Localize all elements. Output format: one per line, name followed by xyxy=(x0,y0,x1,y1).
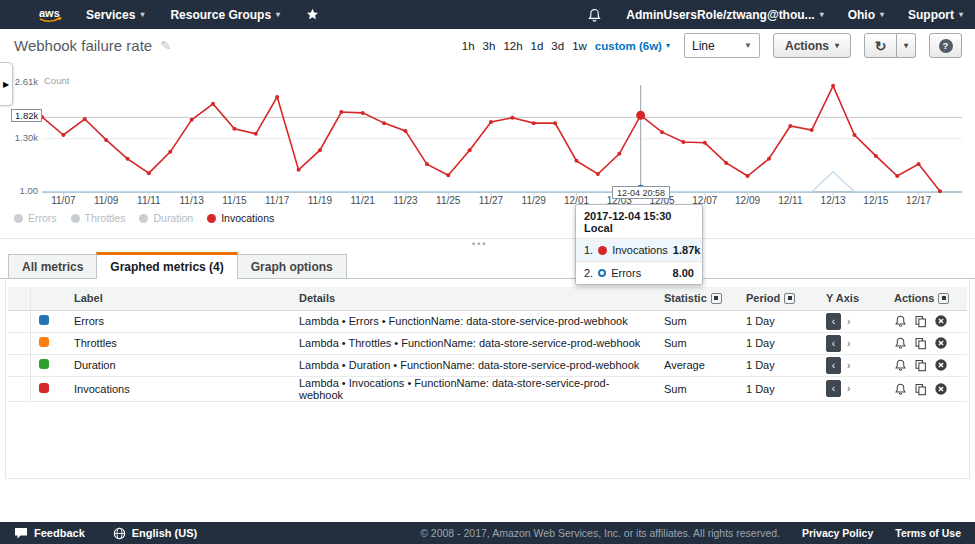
help-button[interactable]: ? xyxy=(929,33,962,58)
y-axis-right-toggle[interactable]: › xyxy=(847,338,850,349)
create-alarm-icon[interactable] xyxy=(894,314,907,328)
page-title: Webhook failure rate xyxy=(14,37,152,54)
actions-button[interactable]: Actions ▾ xyxy=(773,33,851,58)
duplicate-icon[interactable] xyxy=(914,336,927,350)
y-axis-right-toggle[interactable]: › xyxy=(847,316,850,327)
range-1h[interactable]: 1h xyxy=(462,40,475,52)
chart-type-select[interactable]: Line ▼ xyxy=(684,33,760,58)
feedback-button[interactable]: Feedback xyxy=(14,527,85,539)
range-3h[interactable]: 3h xyxy=(483,40,496,52)
support-menu[interactable]: Support▾ xyxy=(908,8,963,22)
support-label: Support xyxy=(908,8,954,22)
tab-graphed-metrics[interactable]: Graphed metrics (4) xyxy=(96,252,237,279)
create-alarm-icon[interactable] xyxy=(894,336,907,350)
legend-item-errors[interactable]: Errors xyxy=(14,212,57,224)
resize-handle[interactable]: ••• xyxy=(472,239,487,249)
metrics-chart[interactable]: ▶ Count 2.61k 1.82k 1.30k 1.00 11/0711/0… xyxy=(0,62,975,253)
aws-logo[interactable]: aws xyxy=(36,6,64,23)
metric-statistic[interactable]: Sum xyxy=(658,310,740,332)
tab-graph-options[interactable]: Graph options xyxy=(237,254,347,278)
nav-services[interactable]: Services▾ xyxy=(86,8,144,22)
table-row: Duration Lambda • Duration • FunctionNam… xyxy=(8,354,967,376)
language-selector[interactable]: English (US) xyxy=(113,527,197,540)
metric-statistic[interactable]: Average xyxy=(658,354,740,376)
range-12h[interactable]: 12h xyxy=(503,40,522,52)
metric-label: Errors xyxy=(68,310,293,332)
terms-of-use-link[interactable]: Terms of Use xyxy=(895,527,961,539)
pin-shortcut-icon[interactable] xyxy=(306,8,319,21)
range-1w[interactable]: 1w xyxy=(572,40,587,52)
remove-metric-icon[interactable] xyxy=(934,314,948,328)
metric-statistic[interactable]: Sum xyxy=(658,332,740,354)
notifications-bell-icon[interactable] xyxy=(587,7,602,23)
remove-metric-icon[interactable] xyxy=(934,336,948,350)
tooltip-series-value: 1.87k xyxy=(673,244,701,256)
x-tick-label: 11/23 xyxy=(383,195,427,206)
metric-label: Duration xyxy=(68,354,293,376)
nav-resource-groups[interactable]: Resource Groups▾ xyxy=(170,8,280,22)
refresh-options-button[interactable]: ▾ xyxy=(897,33,916,58)
x-tick-label: 12/15 xyxy=(854,195,898,206)
language-label: English (US) xyxy=(132,527,197,539)
metric-label: Throttles xyxy=(68,332,293,354)
svg-text:aws: aws xyxy=(39,7,60,19)
info-icon[interactable] xyxy=(711,293,722,304)
refresh-button[interactable]: ↻ xyxy=(864,33,897,58)
region-menu[interactable]: Ohio▾ xyxy=(848,8,884,22)
series-color-swatch[interactable] xyxy=(39,315,49,325)
legend-item-duration[interactable]: Duration xyxy=(139,212,193,224)
metric-statistic[interactable]: Sum xyxy=(658,376,740,401)
range-3d[interactable]: 3d xyxy=(551,40,564,52)
legend-item-invocations[interactable]: Invocations xyxy=(207,212,274,224)
info-icon[interactable] xyxy=(784,293,795,304)
chevron-down-icon[interactable]: ▾ xyxy=(666,41,670,50)
metric-period[interactable]: 1 Day xyxy=(740,310,820,332)
metric-label: Invocations xyxy=(68,376,293,401)
duplicate-icon[interactable] xyxy=(914,382,927,396)
y-axis-right-toggle[interactable]: › xyxy=(847,360,850,371)
chevron-down-icon: ▾ xyxy=(880,10,884,19)
series-color-swatch[interactable] xyxy=(39,359,49,369)
chevron-down-icon: ▾ xyxy=(276,10,280,19)
series-color-swatch[interactable] xyxy=(39,337,49,347)
column-header-statistic: Statistic xyxy=(664,292,707,304)
star-icon xyxy=(306,8,319,21)
remove-metric-icon[interactable] xyxy=(934,382,948,396)
create-alarm-icon[interactable] xyxy=(894,358,907,372)
x-tick-label: 11/21 xyxy=(341,195,385,206)
y-axis-left-toggle[interactable]: ‹ xyxy=(826,335,841,352)
table-row: Invocations Lambda • Invocations • Funct… xyxy=(8,376,967,401)
metric-period[interactable]: 1 Day xyxy=(740,376,820,401)
privacy-policy-link[interactable]: Privacy Policy xyxy=(802,527,873,539)
tooltip-row: 1. Invocations 1.87k xyxy=(576,238,702,261)
y-axis-left-toggle[interactable]: ‹ xyxy=(826,380,841,397)
x-tick-label: 11/27 xyxy=(469,195,513,206)
top-navbar: aws Services▾ Resource Groups▾ xyxy=(0,0,975,29)
create-alarm-icon[interactable] xyxy=(894,382,907,396)
bell-icon xyxy=(587,7,602,23)
duplicate-icon[interactable] xyxy=(914,314,927,328)
column-header-label: Label xyxy=(68,287,293,310)
y-axis-left-toggle[interactable]: ‹ xyxy=(826,313,841,330)
info-icon[interactable] xyxy=(938,293,949,304)
series-color-swatch[interactable] xyxy=(39,383,49,393)
feedback-label: Feedback xyxy=(34,527,85,539)
edit-title-icon[interactable]: ✎ xyxy=(160,38,171,53)
legend-dot xyxy=(207,214,216,223)
table-row: Throttles Lambda • Throttles • FunctionN… xyxy=(8,332,967,354)
metric-period[interactable]: 1 Day xyxy=(740,354,820,376)
legend-item-throttles[interactable]: Throttles xyxy=(71,212,126,224)
remove-metric-icon[interactable] xyxy=(934,358,948,372)
duplicate-icon[interactable] xyxy=(914,358,927,372)
range-1d[interactable]: 1d xyxy=(531,40,544,52)
y-axis-left-toggle[interactable]: ‹ xyxy=(826,357,841,374)
metric-period[interactable]: 1 Day xyxy=(740,332,820,354)
y-axis-right-toggle[interactable]: › xyxy=(847,383,850,394)
range-custom[interactable]: custom (6w) xyxy=(595,40,662,52)
copyright-text: © 2008 - 2017, Amazon Web Services, Inc.… xyxy=(420,527,780,539)
chart-type-value: Line xyxy=(692,39,715,53)
legend-label: Invocations xyxy=(221,212,274,224)
tab-all-metrics[interactable]: All metrics xyxy=(8,254,97,278)
account-menu[interactable]: AdminUsersRole/ztwang@thou...▾ xyxy=(626,8,823,22)
column-header-yaxis: Y Axis xyxy=(820,287,888,310)
